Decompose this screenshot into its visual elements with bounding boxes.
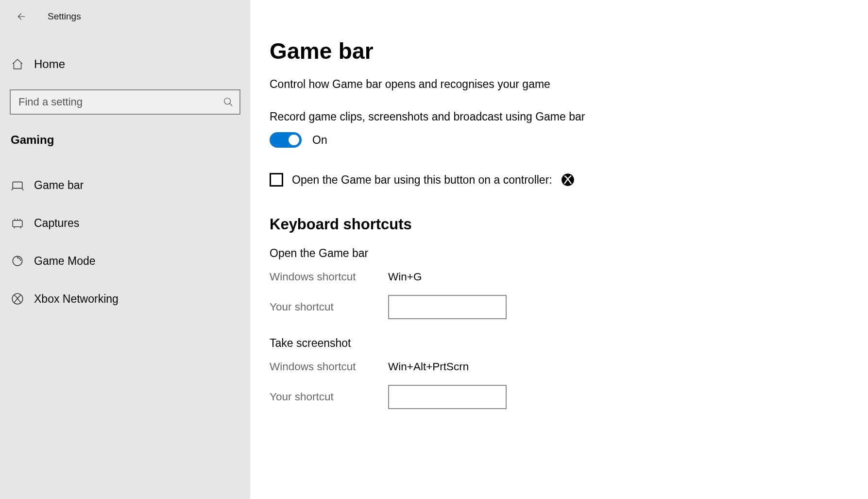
shortcut-row-windows: Windows shortcut Win+Alt+PrtScrn [270, 355, 839, 379]
sidebar-header: Settings [0, 5, 250, 28]
captures-icon [11, 217, 24, 229]
sidebar-item-captures[interactable]: Captures [0, 204, 250, 242]
game-mode-icon [11, 255, 24, 267]
sidebar-item-game-bar[interactable]: Game bar [0, 166, 250, 204]
shortcuts-heading: Keyboard shortcuts [270, 216, 839, 233]
sidebar-item-game-mode[interactable]: Game Mode [0, 242, 250, 280]
windows-shortcut-label: Windows shortcut [270, 361, 388, 373]
svg-rect-2 [13, 221, 22, 227]
svg-point-0 [224, 98, 231, 104]
windows-shortcut-value: Win+G [388, 271, 422, 283]
back-button[interactable] [11, 7, 30, 26]
xbox-networking-icon [11, 293, 24, 305]
shortcut-group-take-screenshot: Take screenshot Windows shortcut Win+Alt… [270, 337, 839, 409]
sidebar-item-label: Game Mode [34, 255, 96, 268]
shortcut-group-open-game-bar: Open the Game bar Windows shortcut Win+G… [270, 247, 839, 319]
sidebar-item-label: Xbox Networking [34, 293, 119, 306]
game-bar-icon [11, 179, 24, 191]
controller-checkbox-label: Open the Game bar using this button on a… [292, 173, 552, 187]
shortcut-row-user: Your shortcut [270, 385, 839, 409]
search-container [10, 89, 240, 115]
record-toggle-label: Record game clips, screenshots and broad… [270, 110, 839, 123]
shortcut-row-windows: Windows shortcut Win+G [270, 265, 839, 289]
search-icon [223, 97, 234, 107]
home-icon [11, 58, 24, 70]
back-arrow-icon [15, 11, 26, 22]
record-toggle-block: Record game clips, screenshots and broad… [270, 110, 839, 148]
sidebar-item-label: Game bar [34, 179, 84, 192]
svg-rect-1 [13, 182, 22, 189]
controller-checkbox-row: Open the Game bar using this button on a… [270, 173, 839, 187]
shortcut-row-user: Your shortcut [270, 295, 839, 319]
sidebar-item-xbox-networking[interactable]: Xbox Networking [0, 280, 250, 318]
search-input[interactable] [10, 89, 240, 115]
shortcut-title: Take screenshot [270, 337, 839, 350]
page-title: Game bar [270, 38, 839, 64]
your-shortcut-label: Your shortcut [270, 301, 388, 313]
windows-shortcut-label: Windows shortcut [270, 271, 388, 283]
sidebar-item-label: Captures [34, 217, 79, 230]
nav-list: Game bar Captures Game Mode Xbox Network… [0, 166, 250, 318]
controller-checkbox[interactable] [270, 173, 283, 187]
xbox-logo-icon [561, 173, 575, 187]
sidebar: Settings Home Gaming Game bar Captures [0, 0, 250, 499]
category-label: Gaming [11, 133, 250, 147]
your-shortcut-input[interactable] [388, 295, 507, 319]
record-toggle-state: On [312, 134, 327, 147]
your-shortcut-input[interactable] [388, 385, 507, 409]
main-content: Game bar Control how Game bar opens and … [250, 0, 868, 499]
shortcut-title: Open the Game bar [270, 247, 839, 260]
your-shortcut-label: Your shortcut [270, 391, 388, 403]
page-subtitle: Control how Game bar opens and recognise… [270, 78, 839, 91]
record-toggle[interactable] [270, 132, 302, 148]
home-label: Home [34, 57, 65, 71]
record-toggle-row: On [270, 132, 839, 148]
sidebar-item-home[interactable]: Home [0, 49, 250, 80]
app-title: Settings [48, 11, 81, 22]
windows-shortcut-value: Win+Alt+PrtScrn [388, 361, 469, 373]
